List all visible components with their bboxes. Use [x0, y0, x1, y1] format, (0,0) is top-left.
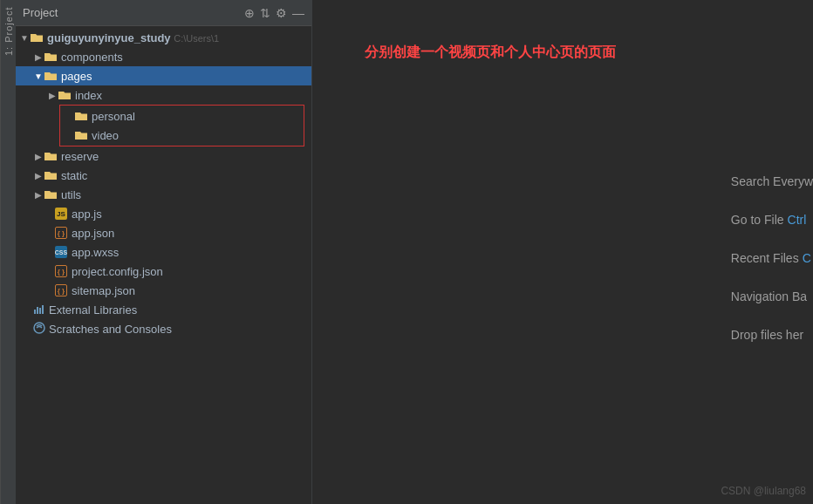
tree-item-appjson[interactable]: { } app.json — [16, 223, 311, 242]
tree-label-appwxss: app.wxss — [72, 246, 119, 259]
sitemap-icon: { } — [54, 283, 68, 297]
tree-item-reserve[interactable]: reserve — [16, 146, 311, 166]
chevron-static — [33, 171, 44, 180]
hint-drop-files-label: Drop files her — [731, 328, 803, 342]
file-tree: guiguyunyinyue_study C:\Users\1 componen… — [16, 26, 311, 504]
project-tab-label: 1: Project — [3, 7, 14, 56]
scratches-consoles-item[interactable]: Scratches and Consoles — [16, 319, 311, 338]
add-icon[interactable]: ⊕ — [244, 6, 255, 20]
hint-goto-file: Go to File Ctrl — [731, 213, 813, 227]
hint-goto-file-shortcut: Ctrl — [788, 213, 807, 227]
project-sidebar: Project ⊕ ⇅ ⚙ — guiguyunyinyue_study C:\… — [16, 0, 312, 504]
tree-label-appjs: app.js — [72, 208, 102, 221]
folder-icon-utils — [44, 187, 58, 201]
folder-icon-root — [30, 31, 44, 44]
folder-icon-video — [74, 128, 88, 142]
tree-item-projectconfig[interactable]: { } project.config.json — [16, 262, 311, 281]
external-libraries-item[interactable]: External Libraries — [16, 300, 311, 319]
tree-item-sitemap[interactable]: { } sitemap.json — [16, 281, 311, 300]
hint-search-everywhere-label: Search Everyw — [731, 174, 813, 188]
tree-label-sitemap: sitemap.json — [72, 284, 135, 297]
folder-icon-index — [58, 88, 72, 102]
tree-label-personal: personal — [92, 110, 135, 123]
folder-icon-reserve — [44, 149, 58, 163]
svg-rect-0 — [34, 310, 36, 314]
tree-item-appjs[interactable]: JS app.js — [16, 204, 311, 223]
hint-navigation-bar: Navigation Ba — [731, 289, 813, 303]
folder-icon-pages — [44, 69, 58, 83]
tree-label-index: index — [75, 89, 102, 102]
folder-icon-personal — [74, 109, 88, 123]
external-libraries-label: External Libraries — [49, 303, 137, 317]
chevron-utils — [33, 190, 44, 200]
tree-label-pages: pages — [61, 70, 92, 83]
scratches-icon — [33, 322, 45, 337]
watermark: CSDN @liulang68 — [721, 485, 806, 497]
tree-item-components[interactable]: components — [16, 47, 311, 66]
sync-icon[interactable]: ⇅ — [260, 6, 270, 20]
hint-navigation-bar-label: Navigation Ba — [731, 289, 807, 303]
tree-item-pages[interactable]: pages — [16, 66, 311, 85]
tree-item-index[interactable]: index — [16, 85, 311, 105]
tree-item-video[interactable]: video — [60, 126, 304, 145]
tree-label-video: video — [92, 129, 119, 142]
project-tab[interactable]: 1: Project — [0, 0, 16, 504]
sidebar-header: Project ⊕ ⇅ ⚙ — — [16, 0, 311, 26]
tree-label-projectconfig: project.config.json — [72, 265, 163, 278]
tree-label-static: static — [61, 169, 87, 182]
search-hints-panel: Search Everyw Go to File Ctrl Recent Fil… — [731, 174, 813, 342]
chevron-index — [47, 91, 58, 100]
folder-icon-static — [44, 168, 58, 182]
folder-icon-components — [44, 50, 58, 64]
editor-area: 分别创建一个视频页和个人中心页的页面 Search Everyw Go to F… — [312, 0, 813, 504]
sidebar-title: Project — [23, 6, 239, 19]
svg-rect-3 — [42, 305, 44, 314]
chevron-components — [33, 52, 44, 62]
tree-label-reserve: reserve — [61, 150, 99, 163]
chevron-root — [19, 33, 30, 43]
hint-goto-file-label: Go to File — [731, 213, 784, 227]
chevron-pages — [33, 72, 44, 81]
editor-canvas: 分别创建一个视频页和个人中心页的页面 Search Everyw Go to F… — [312, 0, 813, 504]
hint-recent-files-shortcut: C — [803, 251, 811, 265]
wxss-icon: CSS — [54, 245, 68, 259]
tree-label-components: components — [61, 51, 123, 64]
tree-item-personal[interactable]: personal — [60, 106, 304, 126]
red-highlight-box: personal video — [59, 105, 304, 146]
json-icon: { } — [54, 226, 68, 240]
tree-item-utils[interactable]: utils — [16, 185, 311, 204]
scratches-consoles-label: Scratches and Consoles — [49, 323, 172, 336]
tree-label-utils: utils — [61, 188, 81, 201]
js-icon: JS — [54, 207, 68, 221]
minimize-icon[interactable]: — — [292, 6, 304, 20]
settings-icon[interactable]: ⚙ — [276, 6, 287, 20]
hint-recent-files: Recent Files C — [731, 251, 813, 265]
tree-item-static[interactable]: static — [16, 166, 311, 185]
chevron-reserve — [33, 152, 44, 161]
tree-item-appwxss[interactable]: CSS app.wxss — [16, 242, 311, 262]
svg-rect-2 — [39, 308, 41, 314]
config-icon: { } — [54, 264, 68, 278]
hint-search-everywhere: Search Everyw — [731, 174, 813, 188]
tree-item-root[interactable]: guiguyunyinyue_study C:\Users\1 — [16, 28, 311, 47]
tree-label-root: guiguyunyinyue_study C:\Users\1 — [47, 31, 219, 44]
hint-drop-files: Drop files her — [731, 328, 813, 342]
tree-label-appjson: app.json — [72, 227, 114, 240]
svg-rect-1 — [37, 307, 38, 314]
hint-recent-files-label: Recent Files — [731, 251, 799, 265]
instruction-text: 分别创建一个视频页和个人中心页的页面 — [365, 44, 616, 62]
library-icon — [33, 303, 45, 317]
